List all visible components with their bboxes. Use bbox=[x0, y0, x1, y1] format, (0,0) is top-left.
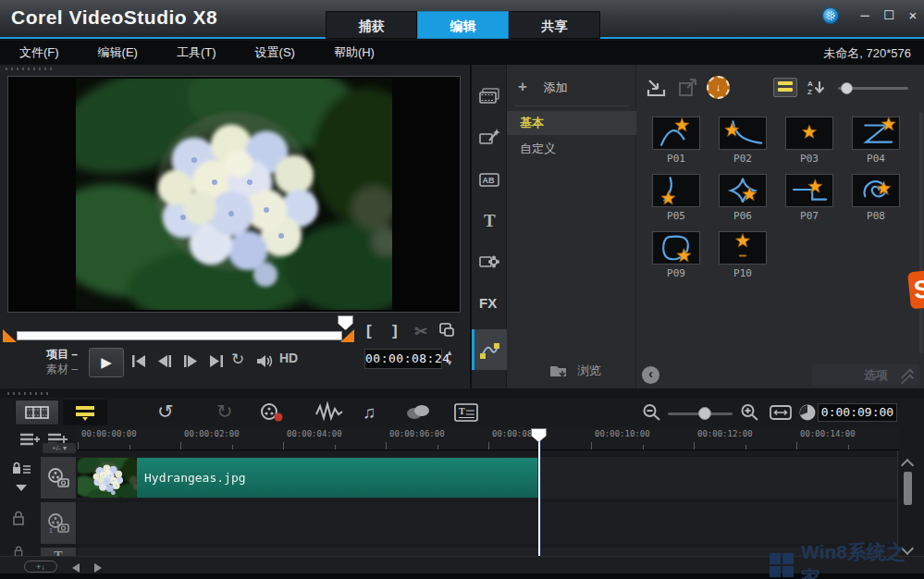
play-button[interactable]: ▶ bbox=[89, 348, 124, 377]
motion-path-icon[interactable] bbox=[478, 339, 500, 361]
transition-icon[interactable]: AB bbox=[478, 168, 500, 191]
subtitle-editor-icon[interactable]: T bbox=[453, 401, 479, 424]
overlay-track-header[interactable]: 1 bbox=[41, 502, 76, 544]
timeline-ruler[interactable]: 00:00:00:0000:00:02:0000:00:04:0000:00:0… bbox=[78, 427, 899, 450]
next-frame-icon[interactable] bbox=[181, 353, 200, 370]
panel-divider[interactable] bbox=[0, 388, 924, 398]
category-custom[interactable]: 自定义 bbox=[507, 137, 636, 161]
split-clip-icon[interactable] bbox=[438, 323, 455, 338]
sound-mixer-icon[interactable] bbox=[314, 401, 344, 424]
mark-out-button[interactable]: ] bbox=[392, 322, 398, 340]
trim-bar[interactable] bbox=[17, 331, 342, 340]
path-preset-P01[interactable]: P01 bbox=[645, 117, 708, 165]
track-lock-icon[interactable] bbox=[12, 511, 25, 525]
graphic-icon[interactable] bbox=[478, 250, 500, 272]
project-mode-label[interactable]: 项目 – bbox=[46, 348, 78, 361]
timeline-clip-hydrangeas[interactable]: Hydrangeas.jpg bbox=[78, 458, 539, 498]
go-to-start-icon[interactable] bbox=[129, 353, 148, 370]
close-button[interactable]: × bbox=[903, 8, 923, 25]
collapse-tracks-arrow[interactable] bbox=[16, 485, 27, 491]
path-preset-P03[interactable]: P03 bbox=[778, 117, 841, 165]
sort-az-icon[interactable]: A Z bbox=[805, 78, 829, 98]
go-to-end-icon[interactable] bbox=[207, 353, 226, 370]
menu-help[interactable]: 帮助(H) bbox=[314, 44, 394, 61]
cut-clip-icon[interactable]: ✂ bbox=[414, 322, 427, 341]
vertical-scrollbar-thumb[interactable] bbox=[904, 472, 912, 505]
preview-scrubber[interactable] bbox=[338, 315, 353, 330]
title-icon[interactable]: T bbox=[478, 209, 500, 231]
zoom-in-icon[interactable] bbox=[740, 403, 760, 422]
clip-mode-label[interactable]: 素材 – bbox=[46, 363, 78, 376]
path-preset-P10[interactable]: P10 bbox=[711, 231, 774, 279]
filter-fx-icon[interactable]: FX bbox=[478, 291, 500, 314]
media-library-icon[interactable] bbox=[478, 85, 500, 107]
path-preset-P06[interactable]: P06 bbox=[711, 174, 774, 222]
fit-project-icon[interactable] bbox=[770, 404, 792, 421]
hd-toggle[interactable]: HD bbox=[279, 351, 298, 365]
instant-project-icon[interactable] bbox=[478, 126, 500, 148]
timecode-up-arrow[interactable]: ▲ bbox=[445, 349, 454, 357]
scroll-left-button[interactable] bbox=[72, 563, 80, 573]
menu-file[interactable]: 文件(F) bbox=[0, 44, 79, 61]
minimize-button[interactable]: ─ bbox=[855, 8, 875, 25]
thumbnail-size-knob[interactable] bbox=[841, 82, 853, 94]
storyboard-view-button[interactable] bbox=[15, 400, 59, 425]
path-preset-P07[interactable]: P07 bbox=[778, 174, 841, 222]
menu-edit[interactable]: 编辑(E) bbox=[79, 44, 157, 61]
mark-in-button[interactable]: [ bbox=[366, 322, 372, 340]
previous-frame-icon[interactable] bbox=[155, 353, 174, 370]
list-view-toggle[interactable] bbox=[773, 78, 797, 97]
maximize-button[interactable]: ☐ bbox=[879, 8, 899, 25]
timeline-zoom-knob[interactable] bbox=[698, 407, 711, 420]
track-manager-icon[interactable] bbox=[18, 431, 41, 448]
path-preset-P02[interactable]: P02 bbox=[711, 117, 774, 165]
preview-panel: [ ] ✂ 项目 – 素材 – ▶ ↻ HD 00:00:08:24 ▲ bbox=[0, 65, 470, 388]
category-basic[interactable]: 基本 bbox=[507, 111, 636, 135]
video-track-row[interactable]: Hydrangeas.jpg bbox=[78, 457, 897, 499]
swap-track-button[interactable]: +↓ bbox=[24, 561, 57, 573]
import-path-icon[interactable] bbox=[646, 78, 668, 98]
path-glyph-icon bbox=[853, 117, 899, 149]
timeline-time-display[interactable]: 0:00:09:00 bbox=[818, 403, 897, 422]
browse-button[interactable]: 浏览 bbox=[549, 363, 601, 379]
title-track-header[interactable]: T bbox=[41, 548, 76, 556]
menu-tools[interactable]: 工具(T) bbox=[157, 44, 236, 61]
path-preset-P08[interactable]: P08 bbox=[844, 174, 907, 222]
get-more-content-icon[interactable]: ↓ bbox=[707, 76, 730, 99]
trim-start-handle[interactable] bbox=[3, 329, 17, 342]
export-path-icon[interactable] bbox=[677, 78, 699, 98]
path-preset-P09[interactable]: P09 bbox=[645, 231, 708, 279]
back-arrow-button[interactable]: ‹ bbox=[642, 366, 659, 384]
ruler-tick bbox=[745, 445, 746, 450]
volume-icon[interactable] bbox=[255, 353, 276, 370]
add-folder-button[interactable]: + 添加 bbox=[518, 78, 568, 96]
corel-connect-icon[interactable] bbox=[822, 7, 839, 24]
tab-edit[interactable]: 编辑 bbox=[417, 11, 509, 39]
tab-capture[interactable]: 捕获 bbox=[326, 11, 417, 39]
preview-timecode[interactable]: 00:00:08:24 bbox=[364, 349, 442, 369]
menu-settings[interactable]: 设置(S) bbox=[236, 44, 314, 61]
timeline-view-button[interactable] bbox=[63, 400, 107, 425]
overlay-track-row[interactable] bbox=[78, 502, 897, 544]
path-preset-P04[interactable]: P04 bbox=[844, 117, 907, 165]
scroll-up-button[interactable] bbox=[901, 459, 914, 466]
redo-button[interactable]: ↻ bbox=[216, 400, 233, 423]
tab-share[interactable]: 共享 bbox=[509, 11, 600, 39]
zoom-out-icon[interactable] bbox=[642, 403, 662, 422]
duration-clock-icon[interactable] bbox=[797, 402, 818, 423]
scroll-right-button[interactable] bbox=[94, 563, 102, 573]
auto-music-icon[interactable]: ♫ bbox=[363, 402, 376, 423]
track-add-remove-chip[interactable]: +/- ▾ bbox=[43, 443, 76, 453]
motion-tracking-icon[interactable] bbox=[403, 401, 433, 424]
gallery-scrollbar[interactable] bbox=[919, 113, 923, 353]
ruler-label: 00:00:04:00 bbox=[287, 429, 342, 438]
timecode-down-arrow[interactable]: ▼ bbox=[445, 359, 454, 367]
lock-all-tracks-icon[interactable] bbox=[12, 460, 32, 476]
playhead-line[interactable] bbox=[538, 440, 540, 556]
record-capture-icon[interactable] bbox=[257, 401, 285, 424]
undo-button[interactable]: ↺ bbox=[157, 400, 174, 423]
video-track-header[interactable] bbox=[41, 457, 76, 499]
path-preset-P05[interactable]: P05 bbox=[645, 174, 708, 222]
repeat-icon[interactable]: ↻ bbox=[231, 350, 244, 369]
trim-end-handle[interactable] bbox=[340, 329, 354, 342]
